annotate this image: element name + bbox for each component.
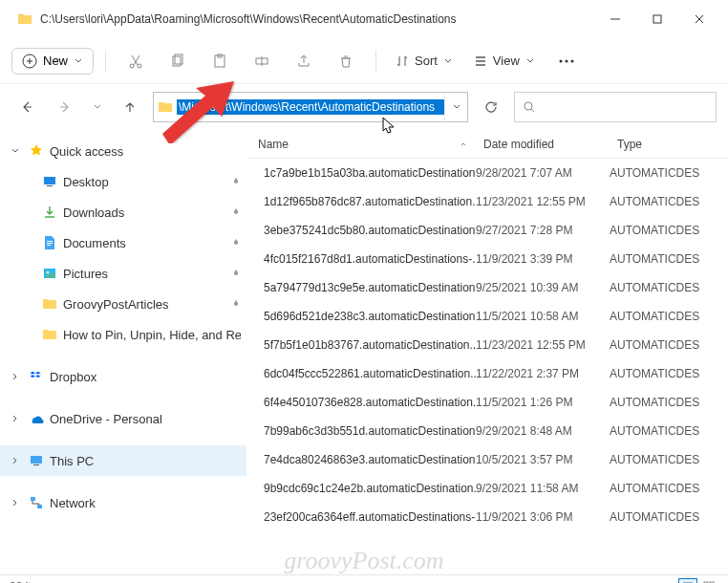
file-date: 11/22/2021 2:37 PM xyxy=(476,367,610,380)
sidebar-item-documents[interactable]: Documents xyxy=(0,227,246,258)
view-button[interactable]: View xyxy=(466,49,543,73)
up-button[interactable] xyxy=(115,92,145,122)
svg-rect-0 xyxy=(653,15,661,23)
file-name: 5d696d521de238c3.automaticDestination.. xyxy=(264,310,476,323)
folder-icon xyxy=(158,99,173,115)
file-name: 1d12f965b876dc87.automaticDestination.. xyxy=(264,195,476,208)
table-row[interactable]: 4fc015f2167d8d1.automaticDestinations-..… xyxy=(246,245,728,273)
file-name: 9b9cdc69c1c24e2b.automaticDestination.. xyxy=(264,482,476,495)
table-row[interactable]: 23ef200ca6364eff.automaticDestinations-.… xyxy=(246,503,728,531)
more-button[interactable] xyxy=(548,45,585,77)
sidebar-item-groovypost[interactable]: GroovyPostArticles xyxy=(0,289,246,319)
column-date-header[interactable]: Date modified xyxy=(476,138,610,151)
address-bar[interactable]: \Microsoft\Windows\Recent\AutomaticDesti… xyxy=(153,92,468,122)
table-row[interactable]: 7b99ab6c3d3b551d.automaticDestination.. … xyxy=(246,417,728,445)
svg-rect-17 xyxy=(31,456,42,464)
file-name: 1c7a9be1b15a03ba.automaticDestination.. xyxy=(264,166,476,180)
file-type: AUTOMATICDES xyxy=(610,224,728,237)
sidebar-onedrive[interactable]: OneDrive - Personal xyxy=(0,403,246,434)
refresh-button[interactable] xyxy=(476,92,506,122)
sidebar-quick-access[interactable]: Quick access xyxy=(0,136,246,166)
table-row[interactable]: 1d12f965b876dc87.automaticDestination.. … xyxy=(246,187,728,216)
delete-button[interactable] xyxy=(328,45,364,77)
separator xyxy=(375,51,376,72)
sidebar-item-pictures[interactable]: Pictures xyxy=(0,258,246,289)
sidebar-network[interactable]: Network xyxy=(0,487,246,518)
sidebar-item-desktop[interactable]: Desktop xyxy=(0,166,246,197)
sort-button[interactable]: Sort xyxy=(388,49,460,73)
cut-icon xyxy=(128,54,143,69)
sidebar-item-howto[interactable]: How to Pin, Unpin, Hide, and Re xyxy=(0,319,246,350)
column-type-header[interactable]: Type xyxy=(610,138,728,151)
chevron-right-icon xyxy=(11,372,20,381)
column-name-header[interactable]: Name xyxy=(246,138,476,151)
chevron-right-icon xyxy=(11,498,20,507)
minimize-button[interactable] xyxy=(594,4,636,34)
table-row[interactable]: 3ebe375241dc5b80.automaticDestination.. … xyxy=(246,216,728,245)
computer-icon xyxy=(29,453,44,468)
table-row[interactable]: 5a794779d13c9e5e.automaticDestination.. … xyxy=(246,273,728,302)
share-button[interactable] xyxy=(286,45,322,77)
table-row[interactable]: 5f7b5f1e01b83767.automaticDestination.. … xyxy=(246,331,728,359)
sidebar-thispc[interactable]: This PC xyxy=(0,445,246,476)
file-date: 9/25/2021 10:39 AM xyxy=(476,281,610,294)
column-header: Name Date modified Type xyxy=(246,130,728,159)
chevron-down-icon xyxy=(525,56,535,66)
rename-button[interactable] xyxy=(244,45,280,77)
file-type: AUTOMATICDES xyxy=(610,281,728,294)
sidebar-item-label: Downloads xyxy=(63,205,124,220)
file-name: 4fc015f2167d8d1.automaticDestinations-.. xyxy=(264,252,476,266)
pin-icon xyxy=(231,267,241,281)
back-button[interactable] xyxy=(11,92,42,122)
paste-button[interactable] xyxy=(202,45,238,77)
copy-button[interactable] xyxy=(160,45,196,77)
details-view-button[interactable] xyxy=(678,578,697,584)
search-box[interactable] xyxy=(514,92,717,122)
table-row[interactable]: 6f4e45010736e828.automaticDestination.. … xyxy=(246,388,728,417)
copy-icon xyxy=(170,54,185,69)
new-button[interactable]: New xyxy=(11,48,94,75)
pin-icon xyxy=(231,175,241,189)
file-date: 11/5/2021 10:58 AM xyxy=(476,310,610,323)
file-date: 11/23/2021 12:55 PM xyxy=(476,338,610,352)
file-date: 9/29/2021 8:48 AM xyxy=(476,424,610,438)
table-row[interactable]: 1c7a9be1b15a03ba.automaticDestination.. … xyxy=(246,159,728,187)
maximize-button[interactable] xyxy=(636,4,678,34)
view-icon xyxy=(474,54,487,68)
star-icon xyxy=(29,143,44,159)
chevron-down-icon xyxy=(93,102,102,112)
address-text[interactable]: \Microsoft\Windows\Recent\AutomaticDesti… xyxy=(177,99,444,115)
sidebar-item-label: This PC xyxy=(50,454,94,468)
column-label: Date modified xyxy=(483,138,554,151)
search-input[interactable] xyxy=(542,100,708,114)
pictures-icon xyxy=(42,266,57,281)
pin-icon xyxy=(231,236,241,250)
document-icon xyxy=(42,235,57,250)
cut-button[interactable] xyxy=(118,45,154,77)
sidebar-dropbox[interactable]: Dropbox xyxy=(0,361,246,392)
svg-point-10 xyxy=(565,59,567,62)
sidebar-item-downloads[interactable]: Downloads xyxy=(0,197,246,227)
file-list[interactable]: 1c7a9be1b15a03ba.automaticDestination.. … xyxy=(246,159,728,574)
address-dropdown[interactable] xyxy=(444,93,467,121)
file-name: 5f7b5f1e01b83767.automaticDestination.. xyxy=(264,338,476,352)
svg-point-12 xyxy=(525,102,532,110)
file-type: AUTOMATICDES xyxy=(610,252,728,266)
close-button[interactable] xyxy=(678,4,720,34)
svg-rect-13 xyxy=(44,177,55,184)
file-date: 11/9/2021 3:39 PM xyxy=(476,252,610,266)
navbar: \Microsoft\Windows\Recent\AutomaticDesti… xyxy=(0,84,728,130)
table-row[interactable]: 9b9cdc69c1c24e2b.automaticDestination.. … xyxy=(246,474,728,503)
recent-dropdown[interactable] xyxy=(88,92,107,122)
file-type: AUTOMATICDES xyxy=(610,453,728,466)
file-date: 9/28/2021 7:07 AM xyxy=(476,166,610,180)
window-tab[interactable]: C:\Users\lori\AppData\Roaming\Microsoft\… xyxy=(8,6,466,32)
icons-view-button[interactable] xyxy=(699,578,718,584)
forward-button[interactable] xyxy=(50,92,80,122)
table-row[interactable]: 5d696d521de238c3.automaticDestination.. … xyxy=(246,302,728,331)
svg-point-3 xyxy=(138,64,141,68)
table-row[interactable]: 7e4dca80246863e3.automaticDestination.. … xyxy=(246,445,728,474)
more-icon xyxy=(559,59,574,63)
sidebar-item-label: Documents xyxy=(63,236,126,250)
table-row[interactable]: 6dc04f5ccc522861.automaticDestination.. … xyxy=(246,359,728,388)
